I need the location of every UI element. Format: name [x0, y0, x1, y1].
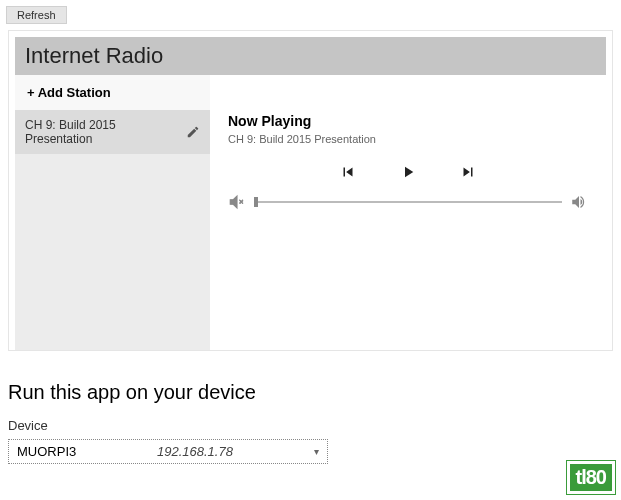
now-playing-heading: Now Playing [228, 113, 588, 129]
player-area: Now Playing CH 9: Build 2015 Presentatio… [210, 75, 606, 350]
volume-mute-icon[interactable] [228, 193, 246, 211]
station-sidebar: + Add Station CH 9: Build 2015 Presentat… [15, 75, 210, 350]
device-select-dropdown[interactable]: MUORPI3 192.168.1.78 ▾ [8, 439, 328, 464]
device-field-label: Device [8, 418, 613, 433]
add-station-button[interactable]: + Add Station [15, 75, 210, 110]
next-track-icon[interactable] [459, 163, 477, 181]
previous-track-icon[interactable] [339, 163, 357, 181]
volume-slider[interactable] [254, 201, 562, 203]
watermark-logo: tl80 [567, 461, 615, 494]
volume-row [228, 193, 588, 211]
volume-thumb[interactable] [254, 197, 258, 207]
device-ip: 192.168.1.78 [157, 444, 308, 459]
chevron-down-icon: ▾ [314, 446, 319, 457]
transport-controls [228, 163, 588, 181]
station-item-label: CH 9: Build 2015 Presentation [25, 118, 186, 146]
pencil-icon[interactable] [186, 125, 200, 139]
deploy-section: Run this app on your device Device MUORP… [8, 381, 613, 464]
app-title-bar: Internet Radio [15, 37, 606, 75]
app-preview-frame: Internet Radio + Add Station CH 9: Build… [8, 30, 613, 351]
refresh-button[interactable]: Refresh [6, 6, 67, 24]
device-name: MUORPI3 [17, 444, 157, 459]
volume-high-icon[interactable] [570, 193, 588, 211]
app-content: + Add Station CH 9: Build 2015 Presentat… [15, 75, 606, 350]
app-title: Internet Radio [25, 43, 163, 68]
station-item[interactable]: CH 9: Build 2015 Presentation [15, 110, 210, 154]
play-icon[interactable] [399, 163, 417, 181]
deploy-heading: Run this app on your device [8, 381, 613, 404]
now-playing-track: CH 9: Build 2015 Presentation [228, 133, 588, 145]
